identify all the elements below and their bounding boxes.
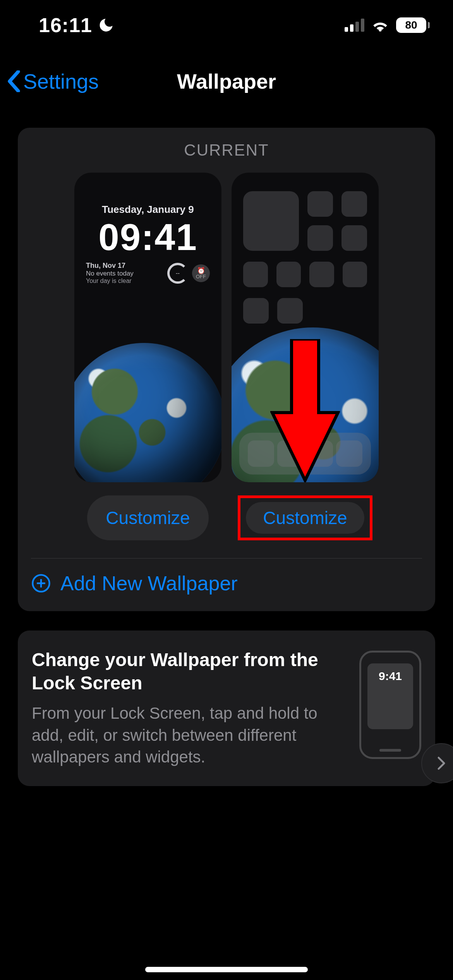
lock-screen-tip-card: Change your Wallpaper from the Lock Scre… [18, 630, 435, 786]
plus-circle-icon [31, 573, 51, 593]
tip-phone-time: 9:41 [361, 670, 419, 683]
customize-lock-screen-button[interactable]: Customize [87, 495, 208, 540]
app-icon-placeholder [276, 262, 301, 287]
earth-wallpaper-icon [74, 343, 221, 482]
calendar-widget-icon: Thu, Nov 17 No events today Your day is … [86, 262, 163, 284]
add-new-wallpaper-button[interactable]: Add New Wallpaper [29, 559, 424, 611]
home-indicator[interactable] [145, 967, 308, 972]
activity-ring-icon [167, 263, 188, 284]
app-icon-placeholder [307, 440, 333, 467]
chevron-right-icon [434, 756, 448, 770]
app-icon-placeholder [248, 440, 274, 467]
app-widget-placeholder [243, 191, 299, 251]
annotation-highlight-box: Customize [238, 495, 372, 540]
lock-preview-time: 09:41 [74, 216, 221, 259]
current-wallpaper-card: CURRENT Tuesday, January 9 09:41 Thu, No… [18, 128, 435, 611]
app-icon-placeholder [343, 262, 367, 287]
status-time: 16:11 [39, 14, 92, 37]
app-icon-placeholder [243, 262, 268, 287]
alarm-widget-icon: ⏰ OFF [192, 264, 210, 282]
app-icon-placeholder [307, 191, 333, 217]
tip-title: Change your Wallpaper from the Lock Scre… [32, 648, 348, 695]
do-not-disturb-icon [98, 17, 115, 34]
back-label: Settings [23, 69, 99, 93]
navigation-bar: Settings Wallpaper [0, 62, 453, 101]
app-icon-placeholder [341, 191, 367, 217]
battery-percentage: 80 [396, 17, 426, 33]
customize-home-screen-button[interactable]: Customize [246, 502, 364, 534]
home-preview-dock [239, 433, 371, 475]
tip-phone-illustration-icon: 9:41 [359, 651, 421, 759]
home-screen-preview[interactable] [232, 173, 379, 482]
back-button[interactable]: Settings [7, 69, 99, 93]
content-scroll[interactable]: CURRENT Tuesday, January 9 09:41 Thu, No… [0, 128, 453, 980]
app-icon-placeholder [277, 298, 303, 324]
tip-body: From your Lock Screen, tap and hold to a… [32, 702, 348, 768]
battery-indicator: 80 [396, 17, 430, 33]
wallpaper-previews: Tuesday, January 9 09:41 Thu, Nov 17 No … [29, 173, 424, 482]
status-bar: 16:11 80 [0, 0, 453, 50]
status-right: 80 [345, 16, 430, 34]
app-icon-placeholder [307, 225, 333, 251]
app-icon-placeholder [277, 440, 304, 467]
home-preview-app-grid [243, 191, 367, 334]
section-header-current: CURRENT [29, 141, 424, 159]
app-icon-placeholder [341, 225, 367, 251]
lock-preview-date: Tuesday, January 9 [74, 204, 221, 216]
lock-screen-preview[interactable]: Tuesday, January 9 09:41 Thu, Nov 17 No … [74, 173, 221, 482]
app-icon-placeholder [309, 262, 334, 287]
app-icon-placeholder [243, 298, 269, 324]
lock-preview-widgets: Thu, Nov 17 No events today Your day is … [86, 262, 210, 284]
add-new-wallpaper-label: Add New Wallpaper [60, 572, 238, 595]
cellular-signal-icon [345, 19, 364, 32]
status-left: 16:11 [39, 14, 115, 37]
wifi-icon [371, 16, 389, 34]
customize-buttons-row: Customize Customize [29, 495, 424, 558]
app-icon-placeholder [336, 440, 362, 467]
